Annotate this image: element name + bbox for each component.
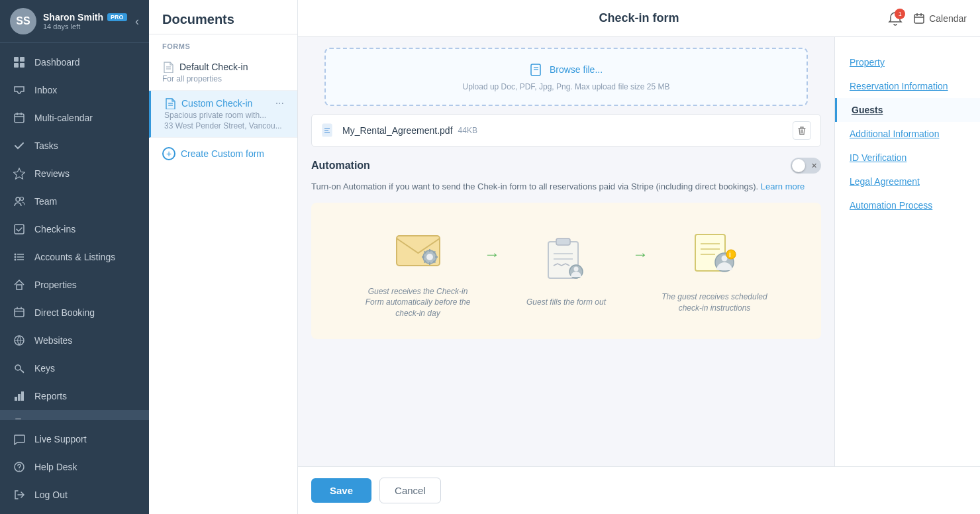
right-sidebar-legal-agreement[interactable]: Legal Agreement [835, 170, 980, 193]
browse-file-link[interactable]: Browse file... [550, 64, 603, 75]
sidebar-item-log-out[interactable]: Log Out [0, 481, 149, 509]
automation-toggle[interactable] [791, 158, 821, 174]
automation-section: Automation Turn-on Automation if you wan… [311, 158, 821, 339]
sidebar-item-reports[interactable]: Reports [0, 382, 149, 410]
svg-point-14 [15, 256, 17, 258]
clipboard-icon [540, 233, 593, 286]
sidebar-item-live-support[interactable]: Live Support [0, 425, 149, 453]
documents-panel-title: Documents [149, 0, 297, 34]
sidebar-item-multi-calendar[interactable]: Multi-calendar [0, 104, 149, 132]
checkin-icon [12, 222, 26, 236]
sidebar-user-section: SS Sharon Smith PRO 14 days left ‹ [0, 0, 149, 43]
save-button[interactable]: Save [311, 478, 371, 503]
users-icon [12, 194, 26, 209]
check-icon [12, 138, 26, 153]
sidebar-item-label: Tasks [34, 140, 58, 151]
learn-more-link[interactable]: Learn more [761, 181, 805, 191]
form-item-default-check-in[interactable]: Default Check-in For all properties [149, 54, 297, 91]
right-sidebar: Property Reservation Information Guests … [834, 37, 980, 466]
envelope-icon [391, 223, 444, 276]
sidebar-item-reviews[interactable]: Reviews [0, 160, 149, 187]
sidebar-item-label: Keys [34, 363, 55, 374]
main-area: Documents FORMS Default Check-in For all… [149, 0, 980, 514]
right-sidebar-additional-information[interactable]: Additional Information [835, 122, 980, 146]
sidebar-item-label: Check-ins [34, 224, 75, 234]
svg-point-50 [573, 266, 578, 271]
automation-title: Automation [311, 160, 370, 172]
web-icon [12, 333, 26, 348]
svg-rect-24 [18, 394, 21, 401]
arrow-1: → [484, 245, 500, 264]
sidebar-item-team[interactable]: Team [0, 187, 149, 215]
user-name: Sharon Smith [43, 12, 103, 23]
sidebar: SS Sharon Smith PRO 14 days left ‹ Dashb… [0, 0, 149, 514]
more-options-button[interactable]: ··· [275, 97, 284, 109]
avatar: SS [10, 8, 36, 34]
sidebar-item-direct-booking[interactable]: Direct Booking [0, 299, 149, 327]
sidebar-item-label: Inbox [34, 85, 57, 95]
user-info: Sharon Smith PRO 14 days left [43, 12, 135, 30]
svg-rect-18 [17, 285, 22, 289]
cancel-button[interactable]: Cancel [379, 478, 441, 503]
svg-marker-8 [14, 168, 25, 179]
svg-rect-25 [21, 391, 24, 401]
toggle-knob [792, 159, 805, 172]
list-icon [12, 250, 26, 264]
sidebar-item-label: Websites [34, 335, 72, 346]
sidebar-item-accounts-listings[interactable]: Accounts & Listings [0, 243, 149, 271]
svg-point-16 [15, 259, 17, 261]
sidebar-item-documents[interactable]: Documents [0, 410, 149, 419]
diagram-step-2-label: Guest fills the form out [526, 297, 606, 308]
sidebar-item-dashboard[interactable]: Dashboard [0, 48, 149, 76]
form-item-custom-check-in[interactable]: Custom Check-in ··· Spacious private roo… [149, 91, 297, 138]
automation-description: Turn-on Automation if you want to send t… [311, 180, 821, 193]
sidebar-item-inbox[interactable]: Inbox [0, 76, 149, 104]
sidebar-item-label: Reports [34, 391, 67, 401]
sidebar-item-websites[interactable]: Websites [0, 327, 149, 354]
form-content: Browse file... Upload up Doc, PDF, Jpg, … [298, 37, 834, 466]
forms-label: FORMS [149, 34, 297, 54]
home-icon [12, 278, 26, 292]
sidebar-item-properties[interactable]: Properties [0, 271, 149, 299]
sidebar-item-tasks[interactable]: Tasks [0, 132, 149, 160]
custom-check-in-sub1: Spacious private room with... [164, 111, 284, 120]
form-content-wrapper: Browse file... Upload up Doc, PDF, Jpg, … [298, 37, 980, 466]
sidebar-item-label: Multi-calendar [34, 113, 93, 123]
svg-point-9 [16, 197, 20, 201]
right-sidebar-reservation-information[interactable]: Reservation Information [835, 74, 980, 98]
default-check-in-title: Default Check-in [179, 62, 248, 72]
create-form-label: Create Custom form [181, 148, 264, 159]
diagram-step-3-label: The guest receives scheduled check-in in… [655, 291, 774, 314]
header-right: 1 Calendar [888, 11, 967, 26]
upload-hint: Upload up Doc, PDF, Jpg, Png. Max upload… [339, 82, 793, 91]
svg-rect-4 [15, 114, 24, 123]
delete-file-button[interactable] [793, 121, 811, 140]
calendar-button[interactable]: Calendar [913, 13, 967, 25]
right-sidebar-guests[interactable]: Guests [835, 98, 980, 122]
documents-panel: Documents FORMS Default Check-in For all… [149, 0, 298, 514]
diagram-step-3: i The guest receives scheduled check-in … [655, 228, 774, 314]
custom-check-in-title: Custom Check-in [181, 98, 252, 109]
svg-rect-34 [914, 15, 924, 23]
right-sidebar-property[interactable]: Property [835, 50, 980, 74]
sidebar-item-help-desk[interactable]: Help Desk [0, 453, 149, 481]
doc-list-icon [162, 61, 174, 73]
calendar-icon [12, 111, 26, 125]
right-sidebar-id-verification[interactable]: ID Verification [835, 146, 980, 170]
grid-icon [12, 55, 26, 70]
right-sidebar-automation-process[interactable]: Automation Process [835, 193, 980, 217]
automation-header: Automation [311, 158, 821, 174]
pro-badge: PRO [107, 13, 127, 21]
logout-icon [12, 488, 26, 502]
key-icon [12, 361, 26, 376]
sidebar-item-keys[interactable]: Keys [0, 354, 149, 382]
svg-point-57 [726, 250, 736, 259]
diagram-step-1-label: Guest receives the Check-in Form automat… [358, 286, 477, 319]
sidebar-item-check-ins[interactable]: Check-ins [0, 215, 149, 243]
notification-button[interactable]: 1 [888, 11, 903, 26]
upload-area[interactable]: Browse file... Upload up Doc, PDF, Jpg, … [324, 48, 808, 106]
sidebar-item-label: Team [34, 196, 57, 207]
create-custom-form-button[interactable]: + Create Custom form [149, 138, 297, 170]
doc-list-icon [164, 97, 176, 109]
collapse-sidebar-button[interactable]: ‹ [135, 15, 139, 28]
